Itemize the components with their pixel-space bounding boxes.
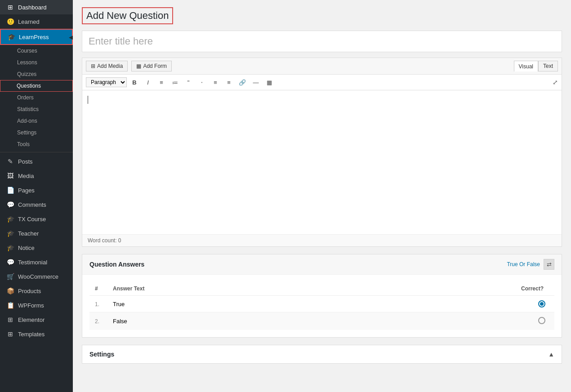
answer-text: False bbox=[107, 312, 341, 330]
media-icon: 🖼 bbox=[6, 172, 14, 179]
italic-button[interactable]: I bbox=[142, 77, 154, 88]
sidebar-sub-lessons[interactable]: Lessons bbox=[0, 57, 73, 68]
sidebar-item-label: Dashboard bbox=[18, 4, 47, 11]
align-right-button[interactable]: ≡ bbox=[223, 77, 235, 88]
sidebar-item-label: Courses bbox=[17, 48, 37, 54]
col-correct: Correct? bbox=[341, 282, 554, 296]
table-button[interactable]: ▦ bbox=[263, 77, 275, 88]
sidebar-sub-addons[interactable]: Add-ons bbox=[0, 115, 73, 127]
question-title-input[interactable] bbox=[82, 31, 562, 52]
settings-panel: Settings ▲ bbox=[82, 345, 562, 364]
sidebar-item-tx-course[interactable]: 🎓 TX Course bbox=[0, 212, 73, 226]
sidebar-item-templates[interactable]: ⊞ Templates bbox=[0, 327, 73, 341]
sidebar-sub-quizzes[interactable]: Quizzes bbox=[0, 68, 73, 80]
text-tab[interactable]: Text bbox=[538, 61, 558, 71]
more-button[interactable]: — bbox=[250, 77, 262, 88]
align-left-button[interactable]: ⬝ bbox=[196, 77, 208, 88]
add-media-button[interactable]: ⊞ Add Media bbox=[86, 61, 128, 71]
radio-circle[interactable] bbox=[538, 317, 545, 324]
question-answers-header: Question Answers True Or False ⇄ bbox=[82, 254, 562, 275]
sidebar-item-label: Learned bbox=[18, 18, 40, 25]
sidebar-sub-statistics[interactable]: Statistics bbox=[0, 103, 73, 115]
sidebar-item-products[interactable]: 📦 Products bbox=[0, 284, 73, 298]
sidebar-item-wpforms[interactable]: 📋 WPForms bbox=[0, 298, 73, 312]
question-answers-title: Question Answers bbox=[89, 261, 144, 268]
sidebar-sub-settings[interactable]: Settings bbox=[0, 127, 73, 138]
sidebar-sub-questions[interactable]: Questions bbox=[0, 80, 73, 92]
sidebar-item-teacher[interactable]: 🎓 Teacher bbox=[0, 226, 73, 241]
answer-radio-0[interactable] bbox=[538, 300, 545, 307]
sidebar-item-learned[interactable]: 🙂 Learned bbox=[0, 14, 73, 29]
sidebar-item-label: Questions bbox=[17, 83, 41, 89]
sidebar-item-label: Media bbox=[18, 173, 34, 179]
link-button[interactable]: 🔗 bbox=[236, 77, 248, 88]
sidebar-item-dashboard[interactable]: ⊞ Dashboard bbox=[0, 0, 73, 14]
sidebar-item-learnpress[interactable]: 🎓 LearnPress ◀ bbox=[0, 29, 73, 45]
answer-num: 2. bbox=[89, 312, 107, 330]
sidebar-item-comments[interactable]: 💬 Comments bbox=[0, 197, 73, 212]
true-or-false-button[interactable]: True Or False bbox=[507, 261, 540, 267]
bold-button[interactable]: B bbox=[129, 77, 140, 88]
add-form-icon: ▦ bbox=[136, 63, 141, 69]
sidebar-item-posts[interactable]: ✎ Posts bbox=[0, 154, 73, 169]
editor-container: ⊞ Add Media ▦ Add Form Visual Text Parag… bbox=[82, 58, 562, 247]
panel-toggle-icon[interactable]: ⇄ bbox=[544, 259, 554, 270]
posts-icon: ✎ bbox=[6, 158, 14, 165]
blockquote-button[interactable]: " bbox=[183, 77, 194, 88]
unordered-list-button[interactable]: ≡ bbox=[156, 77, 167, 88]
dashboard-icon: ⊞ bbox=[6, 4, 14, 11]
sidebar-item-label: WooCommerce bbox=[18, 273, 58, 280]
panel-header-right: True Or False ⇄ bbox=[507, 259, 554, 270]
sidebar-sub-courses[interactable]: Courses bbox=[0, 45, 73, 57]
sidebar-item-label: Lessons bbox=[17, 59, 37, 66]
visual-tab[interactable]: Visual bbox=[514, 61, 538, 71]
add-form-button[interactable]: ▦ Add Form bbox=[131, 61, 172, 71]
sidebar-item-notice[interactable]: 🎓 Notice bbox=[0, 241, 73, 255]
sidebar-sub-tools[interactable]: Tools bbox=[0, 138, 73, 150]
add-media-icon: ⊞ bbox=[91, 63, 95, 69]
sidebar-item-label: Elementor bbox=[18, 316, 45, 323]
wpforms-icon: 📋 bbox=[6, 302, 14, 309]
comments-icon: 💬 bbox=[6, 201, 14, 208]
sidebar-item-elementor[interactable]: ⊞ Elementor bbox=[0, 312, 73, 327]
sidebar-sub-orders[interactable]: Orders bbox=[0, 92, 73, 103]
sidebar-item-label: Tools bbox=[17, 141, 30, 147]
sidebar-item-label: Statistics bbox=[17, 106, 39, 112]
answer-radio-1[interactable] bbox=[538, 317, 545, 324]
word-count: Word count: 0 bbox=[82, 234, 562, 246]
sidebar-item-label: Quizzes bbox=[17, 71, 36, 77]
format-toolbar: Paragraph B I ≡ ≔ " ⬝ ≡ ≡ 🔗 — ▦ ⤢ bbox=[82, 75, 562, 90]
sidebar-item-testimonial[interactable]: 💬 Testimonial bbox=[0, 255, 73, 269]
align-center-button[interactable]: ≡ bbox=[210, 77, 221, 88]
paragraph-select[interactable]: Paragraph bbox=[86, 77, 127, 87]
woocommerce-icon: 🛒 bbox=[6, 273, 14, 280]
sidebar-item-label: Templates bbox=[18, 331, 45, 338]
notice-icon: 🎓 bbox=[6, 244, 14, 251]
editor-top-left: ⊞ Add Media ▦ Add Form bbox=[86, 61, 172, 71]
settings-header[interactable]: Settings ▲ bbox=[82, 345, 562, 363]
col-answer: Answer Text bbox=[107, 282, 341, 296]
sidebar-item-label: Teacher bbox=[18, 230, 39, 237]
ordered-list-button[interactable]: ≔ bbox=[169, 77, 181, 88]
answer-num: 1. bbox=[89, 296, 107, 312]
editor-view-tabs: Visual Text bbox=[514, 61, 558, 71]
sidebar-item-label: Posts bbox=[18, 158, 33, 165]
sidebar-item-label: LearnPress bbox=[19, 34, 49, 40]
sidebar-item-label: Products bbox=[18, 288, 41, 294]
templates-icon: ⊞ bbox=[6, 330, 14, 338]
col-number: # bbox=[89, 282, 107, 296]
radio-circle[interactable] bbox=[538, 300, 545, 307]
sidebar-item-woocommerce[interactable]: 🛒 WooCommerce bbox=[0, 269, 73, 284]
sidebar-item-label: Orders bbox=[17, 94, 34, 101]
settings-title: Settings bbox=[89, 351, 114, 358]
sidebar-item-pages[interactable]: 📄 Pages bbox=[0, 183, 73, 197]
products-icon: 📦 bbox=[6, 287, 14, 294]
sidebar-item-label: Testimonial bbox=[18, 259, 47, 266]
sidebar-item-label: WPForms bbox=[18, 302, 44, 309]
text-cursor bbox=[88, 96, 88, 104]
sidebar-item-media[interactable]: 🖼 Media bbox=[0, 169, 73, 183]
expand-button[interactable]: ⤢ bbox=[553, 79, 558, 86]
editor-body[interactable] bbox=[82, 90, 562, 234]
teacher-icon: 🎓 bbox=[6, 230, 14, 237]
page-title: Add New Question bbox=[82, 7, 173, 24]
